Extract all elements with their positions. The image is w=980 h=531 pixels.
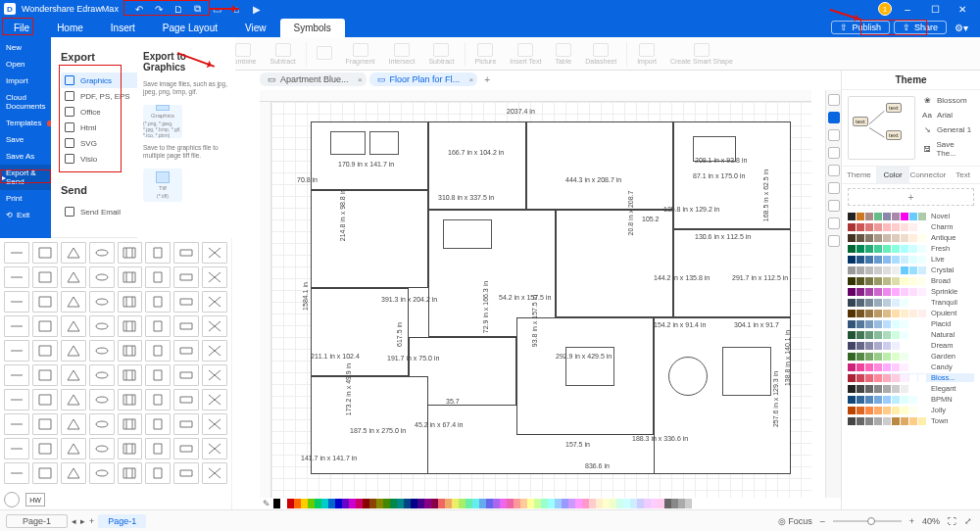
color-swatch[interactable] [459,499,466,508]
color-swatch[interactable] [671,499,678,508]
qat-button-2[interactable]: 🗋 [172,2,185,16]
right-tool-3[interactable] [828,147,840,159]
qat-button-0[interactable]: ↶ [132,2,146,16]
color-swatch[interactable] [507,499,514,508]
shape-item[interactable] [89,413,115,435]
shape-item[interactable] [32,266,58,288]
color-swatch[interactable] [610,499,616,508]
shape-item[interactable] [202,462,227,484]
shape-item[interactable] [4,242,29,264]
palette-charm[interactable]: Charm [848,222,974,231]
shape-tool-circle[interactable] [4,492,20,507]
shape-item[interactable] [61,389,86,410]
file-menu-cloud-documents[interactable]: Cloud Documents [0,89,51,115]
shape-item[interactable] [118,413,143,435]
theme-subtab-connector[interactable]: Connector [909,167,946,183]
ribbon-item-8[interactable] [313,46,336,61]
shape-item[interactable] [202,340,227,362]
color-swatch[interactable] [431,499,438,508]
color-swatch[interactable] [582,499,589,508]
theme-opt-arial[interactable]: AaArial [921,111,974,120]
shape-item[interactable] [61,413,86,435]
color-swatch[interactable] [637,499,644,508]
color-swatch[interactable] [500,499,507,508]
color-swatch[interactable] [280,499,287,508]
palette-crystal[interactable]: Crystal [848,266,974,274]
color-swatch[interactable] [315,499,321,508]
color-swatch[interactable] [328,499,335,508]
shape-item[interactable] [89,389,115,410]
shape-item[interactable] [118,340,143,362]
qat-button-6[interactable]: ▶ [250,2,264,16]
shape-item[interactable] [145,266,171,288]
color-swatch[interactable] [541,499,548,508]
new-tab-button[interactable]: + [480,72,494,86]
shape-item[interactable] [89,364,115,386]
palette-novel[interactable]: Novel [848,212,974,220]
shape-item[interactable] [202,242,227,264]
shape-item[interactable] [118,438,143,459]
ribbon-subtract[interactable]: Subtract [424,43,458,65]
color-swatch[interactable] [514,499,520,508]
menu-tab-home[interactable]: Home [43,19,97,37]
shape-item[interactable] [118,389,143,410]
color-swatch[interactable] [685,499,692,508]
shape-item[interactable] [32,413,58,435]
shape-item[interactable] [202,315,227,337]
right-tool-2[interactable] [828,129,840,141]
color-swatch[interactable] [486,499,493,508]
fullscreen-button[interactable]: ⤢ [964,516,972,526]
color-swatch[interactable] [383,499,390,508]
shape-item[interactable] [32,340,58,362]
shape-item[interactable] [89,315,115,337]
ribbon-datasheet[interactable]: Datasheet [581,43,620,65]
file-menu-save[interactable]: Save [0,131,51,148]
user-avatar[interactable]: 1 [878,2,892,16]
shape-item[interactable] [202,364,227,386]
shape-item[interactable] [202,266,227,288]
export-tiff-card[interactable]: Tiff (*.tiff) [143,169,182,202]
shape-item[interactable] [4,413,29,435]
shape-item[interactable] [173,364,199,386]
palette-sprinkle[interactable]: Sprinkle [848,287,974,296]
color-swatch[interactable] [301,499,308,508]
ribbon-picture[interactable]: Picture [471,43,501,65]
menu-tab-page-layout[interactable]: Page Layout [149,19,231,37]
shape-item[interactable] [4,389,29,410]
color-swatch[interactable] [321,499,328,508]
shape-item[interactable] [202,438,227,459]
color-swatch[interactable] [363,499,369,508]
palette-garden[interactable]: Garden [848,352,974,361]
shape-item[interactable] [4,438,29,459]
share-button[interactable]: ⇪Share [894,21,947,34]
right-tool-4[interactable] [828,165,840,176]
next-page-button[interactable]: ▸ [80,516,85,526]
shape-item[interactable] [89,340,115,362]
color-swatch[interactable] [472,499,479,508]
color-swatch[interactable] [658,499,664,508]
palette-town[interactable]: Town [848,416,974,425]
color-swatch[interactable] [466,499,472,508]
minimize-button[interactable]: – [896,4,919,15]
shape-item[interactable] [32,364,58,386]
color-swatch[interactable] [603,499,610,508]
palette-opulent[interactable]: Opulent [848,309,974,317]
shape-item[interactable] [118,266,143,288]
ribbon-intersect[interactable]: Intersect [385,43,419,65]
zoom-out-button[interactable]: – [820,516,825,526]
shape-item[interactable] [145,315,171,337]
right-tool-0[interactable] [828,94,840,106]
color-swatch[interactable] [616,499,623,508]
color-swatch[interactable] [417,499,424,508]
shape-item[interactable] [61,340,86,362]
file-menu-new[interactable]: New [0,39,51,56]
shape-item[interactable] [145,438,171,459]
right-tool-8[interactable] [828,235,840,247]
shape-item[interactable] [173,266,199,288]
ribbon-fragment[interactable]: Fragment [342,43,379,65]
file-menu-save-as[interactable]: Save As [0,148,51,165]
shape-item[interactable] [173,315,199,337]
theme-subtab-color[interactable]: Color [876,167,910,183]
shape-item[interactable] [61,291,86,313]
shape-item[interactable] [89,242,115,264]
